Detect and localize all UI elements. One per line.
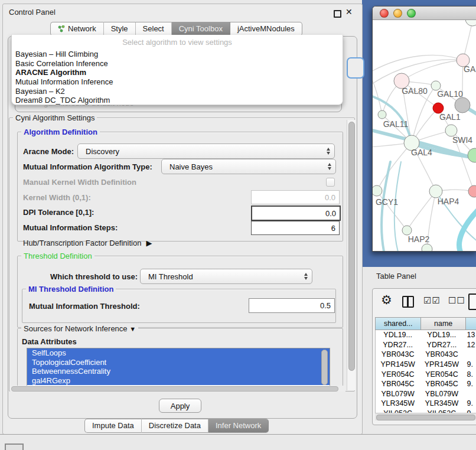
table-cell: YER054C [376,369,420,379]
close-traffic-light-icon[interactable] [380,9,389,18]
table-row[interactable]: YIL052CYIL052C9. [376,409,476,413]
hub-definition-expander[interactable]: Hub/Transcription Factor Definition ▶ [23,239,152,247]
tab-network[interactable]: Network [50,22,104,36]
settings-horizontal-scrollbar-thumb[interactable] [11,386,338,392]
network-node[interactable] [373,185,382,196]
tab-select[interactable]: Select [136,22,172,36]
table-cell: YBL079W [376,389,420,399]
select-all-checkboxes-icon[interactable]: ☑☑ [423,295,441,306]
table-cell: YDR27... [376,340,420,350]
node-table: shared... name A YDL19...YDL19...13YDR27… [375,317,476,413]
table-toolbar: ⚙ ☑☑ ☐☐ [373,289,476,316]
spinner-arrows-icon [304,273,308,280]
network-node[interactable] [429,185,442,198]
tab-cyni-toolbox[interactable]: Cyni Toolbox [172,22,230,36]
tab-style-label: Style [111,24,128,33]
algorithm-options: Bayesian – Hill ClimbingBasic Correlatio… [12,50,343,105]
network-edge[interactable] [373,76,382,115]
attribute-list-item[interactable]: BetweennessCentrality [27,367,330,376]
which-threshold-value: MI Threshold [141,272,193,281]
mi-threshold-group-title: MI Threshold Definition [26,285,116,294]
table-cell: 9. [464,409,476,413]
zoom-traffic-light-icon[interactable] [407,9,416,18]
network-node[interactable] [445,125,457,136]
network-node[interactable] [422,244,432,251]
attribute-list-item[interactable]: TopologicalCoefficient [27,358,330,367]
table-row[interactable]: YBR045CYBR045C9. [376,379,476,389]
which-threshold-combo[interactable]: MI Threshold [140,269,312,284]
node-label: GAL10 [437,89,463,99]
tab-jactivemnodules[interactable]: jActiveMNodules [230,22,302,36]
kernel-width-field[interactable]: 0.0 [251,190,340,204]
column-header-clipped[interactable]: A [466,317,476,330]
table-cell: YDL19... [376,330,420,340]
gear-icon[interactable]: ⚙ [381,293,392,307]
network-node[interactable] [378,110,386,119]
float-window-icon[interactable] [334,10,341,18]
settings-horizontal-scrollbar[interactable] [10,386,345,392]
deselect-all-checkboxes-icon[interactable]: ☐☐ [448,295,465,306]
document-icon[interactable] [468,294,476,310]
dpi-tolerance-field[interactable]: 0.0 [251,206,341,221]
algorithm-option[interactable]: Bayesian – Hill Climbing [12,50,343,59]
manual-kernel-checkbox[interactable] [326,178,335,187]
network-edge[interactable] [377,143,412,191]
apply-button[interactable]: Apply [159,399,201,413]
tab-jactivemnodules-label: jActiveMNodules [237,24,295,33]
bottom-tab-bar: Impute Data Discretize Data Infer Networ… [84,419,269,433]
network-edge[interactable] [459,208,476,251]
attributes-scrollbar[interactable] [321,350,328,385]
table-row[interactable]: YER054CYER054C8. [376,369,476,379]
table-cell: YPR145W [420,360,463,370]
attribute-list-item[interactable]: gal4RGexp [27,376,330,386]
network-node[interactable] [455,97,470,113]
network-edge[interactable] [407,191,436,230]
network-edge[interactable] [402,60,463,81]
minimized-panel-icon[interactable] [5,444,24,450]
chevron-down-icon[interactable]: ▼ [129,325,136,332]
node-label: HAP2 [408,234,430,244]
data-attributes-list[interactable]: SelfLoopsTopologicalCoefficientBetweenne… [27,348,330,386]
network-node[interactable] [402,226,412,235]
settings-vertical-scrollbar-thumb[interactable] [348,122,355,371]
attribute-list-item[interactable]: SelfLoops [27,348,330,358]
table-row[interactable]: YBR043CYBR043C [376,350,476,360]
tab-infer-network[interactable]: Infer Network [208,419,269,433]
close-panel-icon[interactable]: ✕ [345,7,353,17]
table-row[interactable]: YDL19...YDL19...13 [376,330,476,340]
tab-impute-data[interactable]: Impute Data [84,419,142,433]
mi-threshold-field[interactable]: 0.5 [249,298,335,313]
table-row[interactable]: YPR145WYPR145W9. [376,360,476,370]
aracne-mode-combo[interactable]: Discovery [77,144,335,159]
mi-steps-field[interactable]: 6 [251,221,340,235]
column-header-name[interactable]: name [421,317,465,330]
focused-combo-fragment [347,57,364,79]
table-cell: YER054C [420,369,463,379]
algorithm-option[interactable]: Dream8 DC_TDC Algorithm [12,96,343,105]
network-window-titlebar[interactable] [373,6,476,20]
network-node[interactable] [465,20,476,26]
sources-title: Sources for Network Inference ▼ [21,324,138,333]
algorithm-option[interactable]: ARACNE Algorithm [12,68,343,77]
table-row[interactable]: YLR345WYLR345W9. [376,399,476,409]
table-row[interactable]: YDR27...YDR27...12 [376,340,476,350]
tab-style[interactable]: Style [104,22,136,36]
minimize-traffic-light-icon[interactable] [393,9,402,18]
table-row[interactable]: YBL079WYBL079W [376,389,476,399]
mi-type-combo[interactable]: Naive Bayes [161,159,336,174]
node-label: GAL80 [402,86,428,96]
column-header-shared-name[interactable]: shared... [375,317,421,330]
algorithm-option[interactable]: Mutual Information Inference [12,77,343,87]
table-horizontal-scrollbar[interactable] [375,413,476,420]
algorithm-option[interactable]: Bayesian – K2 [12,87,343,96]
network-node[interactable] [468,185,476,197]
table-horizontal-scrollbar-thumb[interactable] [376,415,475,420]
table-cell: 12 [464,340,476,350]
network-node[interactable] [468,148,476,162]
settings-vertical-scrollbar[interactable] [347,120,356,390]
columns-icon[interactable] [402,296,414,308]
tab-discretize-data-label: Discretize Data [149,421,201,430]
tab-discretize-data[interactable]: Discretize Data [142,419,208,433]
algorithm-option[interactable]: Basic Correlation Inference [12,59,343,69]
network-graph[interactable]: GAL80GAL10GAL1SWI4GAL11GAL4GCY1HAP4HAP2Y… [373,20,476,251]
